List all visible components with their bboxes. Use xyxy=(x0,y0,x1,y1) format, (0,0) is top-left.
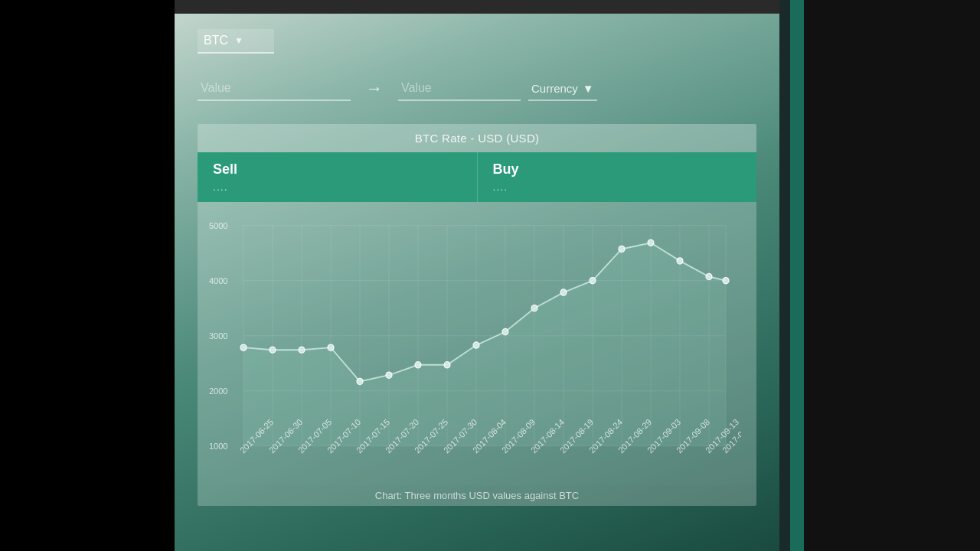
currency-dropdown[interactable]: Currency ▼ xyxy=(528,77,597,101)
chart-header: BTC Rate - USD (USD) xyxy=(198,124,756,152)
y-label-4000: 4000 xyxy=(209,276,227,285)
sell-value: .... xyxy=(213,181,462,193)
crypto-selector-row: BTC ▼ xyxy=(198,29,756,54)
caption-text: Chart: Three months USD values against B… xyxy=(375,490,579,501)
sell-section: Sell .... xyxy=(198,152,478,202)
data-point-7 xyxy=(444,362,450,368)
sell-label: Sell xyxy=(213,161,462,178)
data-point-17 xyxy=(723,278,729,284)
buy-section: Buy .... xyxy=(478,152,757,202)
data-point-16 xyxy=(706,273,712,279)
data-point-12 xyxy=(590,278,596,284)
y-label-5000: 5000 xyxy=(209,221,227,230)
data-point-4 xyxy=(357,378,363,384)
value-input-right[interactable] xyxy=(398,77,521,101)
data-point-3 xyxy=(328,344,334,350)
right-black-bar xyxy=(804,0,980,551)
btc-dropdown[interactable]: BTC ▼ xyxy=(198,29,274,54)
y-label-1000: 1000 xyxy=(209,442,227,451)
chart-caption: Chart: Three months USD values against B… xyxy=(198,485,756,506)
data-point-10 xyxy=(531,305,537,311)
data-point-13 xyxy=(619,246,625,252)
sell-buy-row: Sell .... Buy .... xyxy=(198,152,756,202)
teal-sidebar-strip xyxy=(790,0,804,551)
data-point-2 xyxy=(299,347,305,353)
chart-svg-wrapper: .grid-line { stroke: rgba(255,255,255,0.… xyxy=(198,202,756,485)
data-point-0 xyxy=(240,344,247,350)
data-point-14 xyxy=(648,240,654,246)
buy-label: Buy xyxy=(493,161,742,178)
data-point-9 xyxy=(502,328,508,334)
arrow-icon: → xyxy=(366,79,383,99)
btc-dropdown-arrow: ▼ xyxy=(234,35,243,46)
y-label-3000: 3000 xyxy=(209,331,227,341)
data-point-5 xyxy=(386,372,392,378)
y-label-2000: 2000 xyxy=(209,386,227,396)
data-point-1 xyxy=(270,347,276,353)
content-area: BTC ▼ → Currency ▼ BTC Rate - USD (USD) xyxy=(175,14,779,521)
value-currency-right: Currency ▼ xyxy=(398,77,756,101)
chart-title: BTC Rate - USD (USD) xyxy=(415,132,540,145)
chart-container: BTC Rate - USD (USD) Sell .... Buy .... xyxy=(198,124,756,506)
btc-selected-label: BTC xyxy=(204,34,228,47)
main-container: BTC ▼ → Currency ▼ BTC Rate - USD (USD) xyxy=(175,0,779,551)
data-point-8 xyxy=(473,342,479,348)
buy-value: .... xyxy=(493,181,742,193)
svg-marker-23 xyxy=(243,243,726,446)
data-point-6 xyxy=(415,362,421,368)
data-point-11 xyxy=(560,289,567,295)
currency-label: Currency xyxy=(531,82,578,95)
value-input-left[interactable] xyxy=(198,77,351,101)
top-bar xyxy=(175,0,779,14)
data-point-15 xyxy=(677,258,683,264)
left-black-bar xyxy=(0,0,175,551)
currency-dropdown-arrow: ▼ xyxy=(583,82,594,95)
value-converter-row: → Currency ▼ xyxy=(198,77,756,101)
chart-svg: .grid-line { stroke: rgba(255,255,255,0.… xyxy=(205,210,741,478)
